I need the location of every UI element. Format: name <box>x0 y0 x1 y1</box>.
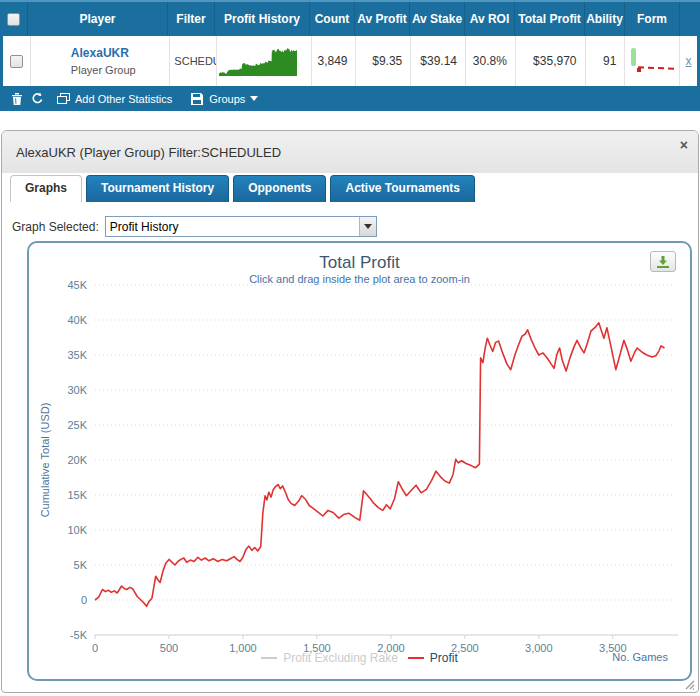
y-tick-label: 35K <box>67 349 87 361</box>
column-header-total-profit[interactable]: Total Profit <box>515 2 585 36</box>
add-other-statistics-button[interactable]: Add Other Statistics <box>50 92 178 106</box>
player-cell: AlexaUKR Player Group <box>31 36 171 86</box>
graph-type-selected-value: Profit History <box>106 220 359 234</box>
filter-value: SCHEDULED <box>174 55 217 67</box>
column-header-filter[interactable]: Filter <box>168 2 215 36</box>
y-tick-label: 45K <box>67 279 87 291</box>
column-header-ability[interactable]: Ability <box>585 2 625 36</box>
y-tick-label: 25K <box>67 419 87 431</box>
resize-grip[interactable] <box>684 679 695 690</box>
row-select-cell <box>3 36 31 86</box>
column-header-av-roi[interactable]: Av ROI <box>465 2 515 36</box>
form-red-dot <box>637 68 641 72</box>
groups-label: Groups <box>209 93 245 105</box>
y-tick-label: 0 <box>81 594 87 606</box>
profit-history-sparkline[interactable] <box>217 45 299 77</box>
y-tick-label: 20K <box>67 454 87 466</box>
chevron-down-icon <box>364 224 372 229</box>
y-tick-label: -5K <box>70 629 88 641</box>
select-all-cell <box>0 2 28 36</box>
tab-bar: Graphs Tournament History Opponents Acti… <box>2 173 698 202</box>
player-type-label: Player Group <box>71 62 136 78</box>
tab-graphs[interactable]: Graphs <box>10 175 82 202</box>
legend-label-profit: Profit <box>430 651 458 665</box>
remove-row-link[interactable]: x <box>686 54 692 68</box>
y-tick-label: 5K <box>74 559 88 571</box>
form-sparkline <box>629 46 677 76</box>
legend-label-profit-excluding-rake: Profit Excluding Rake <box>283 651 398 665</box>
y-axis-title: Cumulative Total (USD) <box>39 403 51 518</box>
ability-cell: 91 <box>586 36 626 86</box>
form-cell <box>625 36 680 86</box>
player-name-link[interactable]: AlexaUKR <box>71 44 129 62</box>
chart-legend: Profit Excluding Rake Profit <box>29 651 690 665</box>
tab-active-tournaments[interactable]: Active Tournaments <box>330 175 474 202</box>
tab-opponents[interactable]: Opponents <box>233 175 326 202</box>
sparkline-area <box>219 48 297 76</box>
legend-marker-red <box>408 657 424 659</box>
column-header-form[interactable]: Form <box>625 2 680 36</box>
statistics-table: Player Filter Profit History Count Av Pr… <box>0 0 700 111</box>
panel-titlebar: AlexaUKR (Player Group) Filter:SCHEDULED <box>2 131 698 173</box>
table-toolbar: Add Other Statistics Groups <box>0 86 700 111</box>
column-header-count[interactable]: Count <box>310 2 355 36</box>
column-header-av-stake[interactable]: Av Stake <box>410 2 465 36</box>
column-header-player[interactable]: Player <box>28 2 168 36</box>
graph-selected-label: Graph Selected: <box>12 220 99 234</box>
y-tick-label: 15K <box>67 489 87 501</box>
column-header-remove <box>680 2 697 36</box>
player-detail-panel: AlexaUKR (Player Group) Filter:SCHEDULED… <box>1 130 699 693</box>
column-header-profit-history[interactable]: Profit History <box>215 2 310 36</box>
select-all-checkbox[interactable] <box>7 13 20 26</box>
av-profit-cell: $9.35 <box>356 36 411 86</box>
count-cell: 3,849 <box>312 36 357 86</box>
column-header-av-profit[interactable]: Av Profit <box>355 2 410 36</box>
graph-select-row: Graph Selected: Profit History <box>12 216 698 237</box>
table-row: AlexaUKR Player Group SCHEDULED 3,849 $9… <box>0 36 700 86</box>
y-tick-label: 40K <box>67 314 87 326</box>
legend-marker-gray <box>261 657 277 659</box>
av-roi-cell: 30.8% <box>466 36 516 86</box>
select-dropdown-button[interactable] <box>359 217 376 236</box>
form-green-bar <box>631 48 636 66</box>
chevron-down-icon <box>250 96 258 101</box>
table-header-row: Player Filter Profit History Count Av Pr… <box>0 0 700 36</box>
tab-tournament-history[interactable]: Tournament History <box>86 175 229 202</box>
add-statistics-icon <box>56 92 70 106</box>
total-profit-cell: $35,970 <box>516 36 586 86</box>
profit-history-cell[interactable] <box>217 36 312 86</box>
add-other-statistics-label: Add Other Statistics <box>75 93 172 105</box>
panel-title: AlexaUKR (Player Group) Filter:SCHEDULED <box>16 145 281 160</box>
remove-cell: x <box>680 36 697 86</box>
av-stake-cell: $39.14 <box>411 36 466 86</box>
row-checkbox[interactable] <box>10 55 23 68</box>
panel-close-button[interactable]: × <box>680 139 688 151</box>
save-disk-icon <box>190 92 204 106</box>
profit-line-series <box>95 323 665 607</box>
refresh-icon[interactable] <box>30 92 44 106</box>
legend-item-profit[interactable]: Profit <box>408 651 458 665</box>
y-tick-label: 30K <box>67 384 87 396</box>
x-axis-title: No. Games <box>612 651 668 663</box>
graph-type-select[interactable]: Profit History <box>105 216 377 237</box>
profit-chart-container[interactable]: Total Profit Click and drag inside the p… <box>27 241 692 681</box>
profit-chart-svg[interactable]: 45K40K35K30K25K20K15K10K5K0-5K05001,0001… <box>29 243 690 679</box>
groups-button[interactable]: Groups <box>184 92 264 106</box>
y-tick-label: 10K <box>67 524 87 536</box>
filter-cell: SCHEDULED <box>170 36 217 86</box>
form-red-dashed-line <box>638 66 674 69</box>
trash-icon[interactable] <box>10 92 24 106</box>
legend-item-profit-excluding-rake[interactable]: Profit Excluding Rake <box>261 651 398 665</box>
